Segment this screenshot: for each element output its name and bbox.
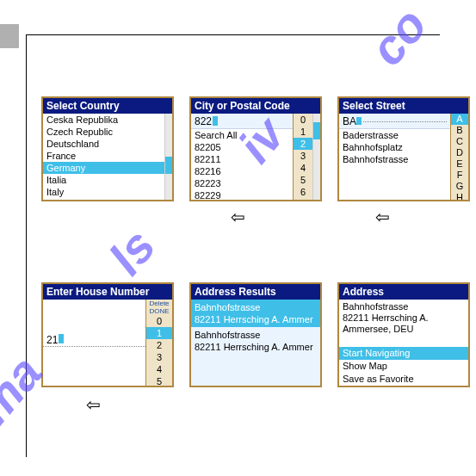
left-arrow-icon: ⇦ bbox=[375, 208, 390, 226]
spinner-item[interactable]: 5 bbox=[294, 174, 312, 186]
action-item[interactable]: Show Map bbox=[339, 360, 468, 373]
country-list[interactable]: Ceska RepublikaCzech RepublicDeutschland… bbox=[43, 114, 164, 200]
street-list[interactable]: BaderstrasseBahnhofsplatzBahnhofstrasse bbox=[339, 129, 450, 165]
spinner-label[interactable]: DONE bbox=[146, 307, 172, 315]
action-item[interactable]: Start Navigating bbox=[339, 347, 468, 360]
list-item[interactable]: Bahnhofsplatz bbox=[339, 141, 450, 153]
select-country-panel: Select Country Ceska RepublikaCzech Repu… bbox=[41, 96, 174, 201]
page-tab bbox=[0, 24, 19, 48]
digit-spinner[interactable]: DeleteDONE012345 bbox=[145, 300, 172, 386]
panel-title: Enter House Number bbox=[43, 284, 172, 300]
panel-title: City or Postal Code bbox=[191, 98, 320, 114]
result-item[interactable]: Bahnhofstrasse82211 Herrsching A. Ammer bbox=[191, 327, 320, 355]
spinner-item[interactable]: 2 bbox=[294, 138, 312, 150]
list-item[interactable]: France bbox=[43, 150, 164, 162]
address-line: Bahnhofstrasse bbox=[343, 301, 465, 312]
left-arrow-icon: ⇦ bbox=[86, 396, 101, 413]
spinner-item[interactable]: 3 bbox=[146, 351, 172, 363]
spinner-item[interactable]: C bbox=[451, 136, 468, 147]
spinner-item[interactable]: B bbox=[451, 125, 468, 136]
spinner-item[interactable]: 4 bbox=[294, 162, 312, 174]
spinner-item[interactable]: 3 bbox=[294, 150, 312, 162]
results-list[interactable]: Bahnhofstrasse82211 Herrsching A. AmmerB… bbox=[191, 300, 320, 386]
panel-title: Address bbox=[339, 284, 468, 300]
spinner-item[interactable]: H bbox=[451, 192, 468, 200]
list-item[interactable]: Germany bbox=[43, 162, 164, 174]
address-display: Bahnhofstrasse82211 Herrsching A.Ammerse… bbox=[339, 300, 468, 347]
scrollbar[interactable] bbox=[312, 114, 320, 200]
list-item[interactable]: Ceska Republika bbox=[43, 114, 164, 126]
city-panel: City or Postal Code 822 Search All822058… bbox=[189, 96, 322, 201]
scrollbar[interactable] bbox=[164, 114, 172, 200]
panel-title: Select Country bbox=[43, 98, 172, 114]
panel-title: Select Street bbox=[339, 98, 468, 114]
spinner-item[interactable]: 1 bbox=[294, 126, 312, 138]
spinner-label[interactable]: Delete bbox=[146, 300, 172, 307]
list-item[interactable]: Italy bbox=[43, 186, 164, 198]
spinner-item[interactable]: 0 bbox=[294, 114, 312, 126]
list-item[interactable]: Italia bbox=[43, 174, 164, 186]
list-item[interactable]: Bahnhofstrasse bbox=[339, 153, 450, 165]
address-line: Ammersee, DEU bbox=[343, 324, 465, 335]
spinner-item[interactable]: 4 bbox=[146, 363, 172, 375]
street-panel: Select Street BA BaderstrasseBahnhofspla… bbox=[337, 96, 470, 201]
list-item[interactable]: Search All bbox=[191, 129, 293, 141]
spinner-item[interactable]: G bbox=[451, 181, 468, 192]
spinner-item[interactable]: E bbox=[451, 158, 468, 170]
spinner-item[interactable]: 7 bbox=[294, 198, 312, 200]
house-input[interactable]: 21 bbox=[43, 334, 145, 347]
list-item[interactable]: Czech Republic bbox=[43, 126, 164, 138]
spinner-item[interactable]: A bbox=[451, 114, 468, 125]
list-item[interactable]: 82229 bbox=[191, 189, 293, 200]
actions-list[interactable]: Start NavigatingShow MapSave as Favorite bbox=[339, 347, 468, 386]
action-item[interactable]: Save as Favorite bbox=[339, 373, 468, 386]
panel-title: Address Results bbox=[191, 284, 320, 300]
list-item[interactable]: Deutschland bbox=[43, 138, 164, 150]
address-panel: Address Bahnhofstrasse82211 Herrsching A… bbox=[337, 282, 470, 387]
list-item[interactable]: Baderstrasse bbox=[339, 129, 450, 141]
city-list[interactable]: Search All8220582211822168222382229 bbox=[191, 129, 293, 200]
spinner-item[interactable]: 5 bbox=[146, 375, 172, 386]
result-item[interactable]: Bahnhofstrasse82211 Herrsching A. Ammer bbox=[191, 300, 320, 327]
spinner-item[interactable]: 2 bbox=[146, 339, 172, 351]
spinner-item[interactable]: 6 bbox=[294, 186, 312, 198]
spinner-item[interactable]: 0 bbox=[146, 315, 172, 327]
results-panel: Address Results Bahnhofstrasse82211 Herr… bbox=[189, 282, 322, 387]
digit-spinner[interactable]: 01234567 bbox=[293, 114, 312, 200]
list-item[interactable]: 82223 bbox=[191, 177, 293, 189]
left-arrow-icon: ⇦ bbox=[231, 208, 245, 226]
address-line: 82211 Herrsching A. bbox=[343, 312, 465, 324]
spinner-item[interactable]: D bbox=[451, 147, 468, 158]
list-item[interactable]: 82216 bbox=[191, 165, 293, 177]
city-input[interactable]: 822 bbox=[191, 114, 293, 129]
house-panel: Enter House Number 21 DeleteDONE012345 bbox=[41, 282, 174, 387]
list-item[interactable]: 82211 bbox=[191, 153, 293, 165]
list-item[interactable]: 82205 bbox=[191, 141, 293, 153]
spinner-item[interactable]: F bbox=[451, 170, 468, 181]
alpha-spinner[interactable]: ABCDEFGH bbox=[450, 114, 468, 200]
street-input[interactable]: BA bbox=[339, 114, 450, 129]
spinner-item[interactable]: 1 bbox=[146, 327, 172, 339]
